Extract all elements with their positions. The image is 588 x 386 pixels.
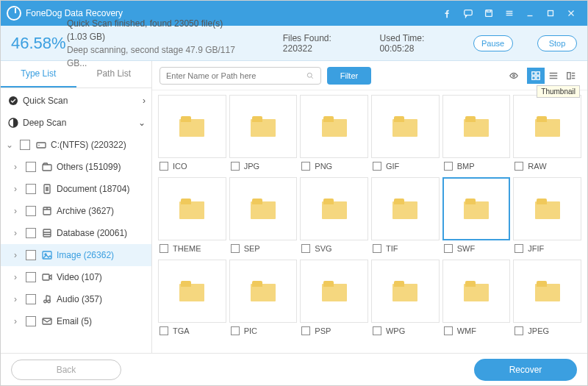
checkbox[interactable] [514, 162, 523, 171]
item-thumbnail[interactable] [442, 177, 511, 240]
checkbox[interactable] [444, 326, 453, 335]
used-time-value: 00:05:28 [380, 43, 415, 54]
grid-item[interactable]: THEME [158, 177, 226, 257]
checkbox[interactable] [444, 162, 453, 171]
checkbox[interactable] [159, 244, 168, 253]
checkbox[interactable] [373, 244, 381, 253]
grid-item[interactable]: TIF [371, 177, 440, 257]
checkbox[interactable] [159, 326, 168, 335]
checkbox[interactable] [444, 244, 453, 253]
detail-view-button[interactable] [562, 68, 580, 84]
grid-item[interactable]: SWF [442, 177, 511, 257]
checkbox[interactable] [373, 162, 381, 171]
search-field[interactable] [166, 71, 306, 80]
grid-item[interactable]: JPEG [513, 260, 581, 339]
item-thumbnail[interactable] [513, 95, 581, 158]
tab-path-list[interactable]: Path List [76, 61, 152, 87]
checkbox[interactable] [26, 228, 36, 238]
item-thumbnail[interactable] [158, 260, 226, 323]
stop-button[interactable]: Stop [537, 35, 577, 51]
grid-item[interactable]: ICO [158, 95, 226, 174]
item-thumbnail[interactable] [300, 95, 368, 158]
grid-item[interactable]: JPG [229, 95, 298, 174]
checkbox[interactable] [373, 326, 381, 335]
node-cat-folder[interactable]: ›Others (151099) [1, 156, 151, 178]
filter-button[interactable]: Filter [327, 67, 371, 85]
pause-button[interactable]: Pause [473, 35, 513, 51]
tab-type-list[interactable]: Type List [1, 61, 76, 87]
item-thumbnail[interactable] [229, 95, 298, 158]
save-icon[interactable] [478, 3, 499, 24]
grid-item[interactable]: SVG [300, 177, 368, 257]
item-name: PNG [315, 162, 332, 171]
node-cat-db[interactable]: ›Database (20061) [1, 222, 151, 244]
node-cat-video[interactable]: ›Video (107) [1, 266, 151, 288]
search-input[interactable] [159, 67, 321, 85]
node-cat-image[interactable]: ›Image (26362) [1, 244, 151, 266]
item-thumbnail[interactable] [158, 177, 226, 240]
item-thumbnail[interactable] [300, 260, 368, 323]
checkbox[interactable] [231, 244, 240, 253]
node-cat-audio[interactable]: ›Audio (357) [1, 288, 151, 310]
grid-item[interactable]: BMP [442, 95, 511, 174]
grid-item[interactable]: PSP [300, 260, 368, 339]
checkbox[interactable] [231, 326, 240, 335]
item-thumbnail[interactable] [371, 177, 440, 240]
list-view-button[interactable] [545, 68, 562, 84]
item-thumbnail[interactable] [442, 95, 511, 158]
back-button[interactable]: Back [11, 360, 121, 380]
thumbnail-view-button[interactable] [527, 68, 545, 84]
item-thumbnail[interactable] [371, 260, 440, 323]
checkbox[interactable] [514, 244, 523, 253]
checkbox[interactable] [26, 316, 36, 326]
item-thumbnail[interactable] [513, 177, 581, 240]
checkbox[interactable] [301, 244, 310, 253]
item-thumbnail[interactable] [300, 177, 368, 240]
grid-item[interactable]: WPG [371, 260, 440, 339]
checkbox[interactable] [20, 140, 30, 150]
item-thumbnail[interactable] [229, 177, 298, 240]
checkbox[interactable] [26, 162, 36, 172]
node-label: Deep Scan [23, 118, 138, 128]
minimize-icon[interactable] [520, 3, 540, 24]
item-thumbnail[interactable] [371, 95, 440, 158]
checkbox[interactable] [301, 162, 310, 171]
grid-item[interactable]: PNG [300, 95, 368, 174]
maximize-icon[interactable] [540, 3, 561, 24]
grid-item[interactable]: GIF [371, 95, 440, 174]
checkbox[interactable] [26, 294, 36, 304]
node-cat-email[interactable]: ›Email (5) [1, 310, 151, 332]
grid-item[interactable]: PIC [229, 260, 298, 339]
preview-eye-icon[interactable] [505, 68, 523, 84]
node-cat-archive[interactable]: ›Archive (3627) [1, 200, 151, 222]
close-icon[interactable] [561, 3, 581, 24]
grid-item[interactable]: WMF [442, 260, 511, 339]
grid-item[interactable]: RAW [513, 95, 581, 174]
checkbox[interactable] [514, 326, 523, 335]
node-quick-scan[interactable]: Quick Scan › [1, 90, 151, 112]
folder-icon [322, 116, 347, 137]
item-thumbnail[interactable] [158, 95, 226, 158]
recover-button[interactable]: Recover [474, 359, 577, 381]
item-thumbnail[interactable] [229, 260, 298, 323]
feedback-icon[interactable] [458, 3, 478, 24]
grid-item[interactable]: JFIF [513, 177, 581, 257]
folder-icon [40, 160, 54, 174]
checkbox[interactable] [231, 162, 240, 171]
menu-icon[interactable] [499, 3, 520, 24]
facebook-icon[interactable] [437, 3, 458, 24]
node-deep-scan[interactable]: Deep Scan ⌄ [1, 112, 151, 134]
node-disk[interactable]: ⌄ C:(NTFS) (220322) [1, 134, 151, 156]
grid-item[interactable]: TGA [158, 260, 226, 339]
checkbox[interactable] [26, 272, 36, 282]
checkbox[interactable] [26, 206, 36, 216]
checkbox[interactable] [159, 162, 168, 171]
grid-item[interactable]: SEP [229, 177, 298, 257]
node-cat-doc[interactable]: ›Document (18704) [1, 178, 151, 200]
item-thumbnail[interactable] [442, 260, 511, 323]
checkbox[interactable] [26, 184, 36, 194]
item-thumbnail[interactable] [513, 260, 581, 323]
item-name: BMP [457, 162, 475, 171]
checkbox[interactable] [301, 326, 310, 335]
checkbox[interactable] [26, 250, 36, 260]
